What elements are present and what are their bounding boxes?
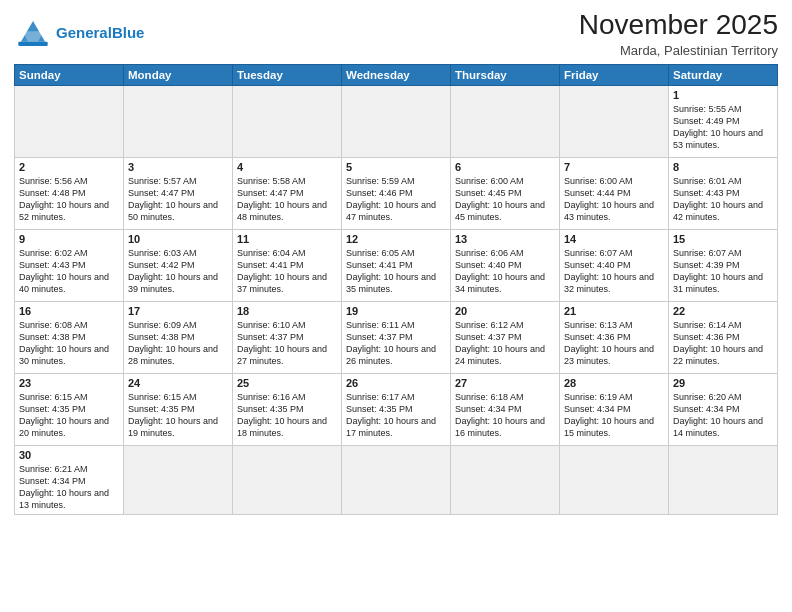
day-info: Sunrise: 6:02 AM Sunset: 4:43 PM Dayligh… bbox=[19, 247, 119, 296]
day-info: Sunrise: 5:55 AM Sunset: 4:49 PM Dayligh… bbox=[673, 103, 773, 152]
day-info: Sunrise: 6:07 AM Sunset: 4:39 PM Dayligh… bbox=[673, 247, 773, 296]
day-info: Sunrise: 6:07 AM Sunset: 4:40 PM Dayligh… bbox=[564, 247, 664, 296]
table-row: 20Sunrise: 6:12 AM Sunset: 4:37 PM Dayli… bbox=[451, 301, 560, 373]
day-number: 5 bbox=[346, 161, 446, 173]
day-info: Sunrise: 6:11 AM Sunset: 4:37 PM Dayligh… bbox=[346, 319, 446, 368]
table-row: 13Sunrise: 6:06 AM Sunset: 4:40 PM Dayli… bbox=[451, 229, 560, 301]
day-number: 1 bbox=[673, 89, 773, 101]
col-tuesday: Tuesday bbox=[233, 64, 342, 85]
day-number: 29 bbox=[673, 377, 773, 389]
table-row: 29Sunrise: 6:20 AM Sunset: 4:34 PM Dayli… bbox=[669, 373, 778, 445]
day-info: Sunrise: 6:16 AM Sunset: 4:35 PM Dayligh… bbox=[237, 391, 337, 440]
day-info: Sunrise: 6:06 AM Sunset: 4:40 PM Dayligh… bbox=[455, 247, 555, 296]
table-row: 15Sunrise: 6:07 AM Sunset: 4:39 PM Dayli… bbox=[669, 229, 778, 301]
col-thursday: Thursday bbox=[451, 64, 560, 85]
table-row: 21Sunrise: 6:13 AM Sunset: 4:36 PM Dayli… bbox=[560, 301, 669, 373]
day-info: Sunrise: 6:03 AM Sunset: 4:42 PM Dayligh… bbox=[128, 247, 228, 296]
day-info: Sunrise: 6:15 AM Sunset: 4:35 PM Dayligh… bbox=[19, 391, 119, 440]
table-row bbox=[124, 445, 233, 515]
day-info: Sunrise: 6:19 AM Sunset: 4:34 PM Dayligh… bbox=[564, 391, 664, 440]
day-info: Sunrise: 6:00 AM Sunset: 4:44 PM Dayligh… bbox=[564, 175, 664, 224]
day-info: Sunrise: 6:10 AM Sunset: 4:37 PM Dayligh… bbox=[237, 319, 337, 368]
table-row: 1Sunrise: 5:55 AM Sunset: 4:49 PM Daylig… bbox=[669, 85, 778, 157]
table-row: 14Sunrise: 6:07 AM Sunset: 4:40 PM Dayli… bbox=[560, 229, 669, 301]
day-number: 7 bbox=[564, 161, 664, 173]
day-number: 9 bbox=[19, 233, 119, 245]
logo-blue: Blue bbox=[112, 24, 145, 41]
table-row: 17Sunrise: 6:09 AM Sunset: 4:38 PM Dayli… bbox=[124, 301, 233, 373]
table-row: 10Sunrise: 6:03 AM Sunset: 4:42 PM Dayli… bbox=[124, 229, 233, 301]
table-row: 9Sunrise: 6:02 AM Sunset: 4:43 PM Daylig… bbox=[15, 229, 124, 301]
table-row: 7Sunrise: 6:00 AM Sunset: 4:44 PM Daylig… bbox=[560, 157, 669, 229]
day-info: Sunrise: 6:05 AM Sunset: 4:41 PM Dayligh… bbox=[346, 247, 446, 296]
table-row bbox=[342, 445, 451, 515]
day-info: Sunrise: 6:18 AM Sunset: 4:34 PM Dayligh… bbox=[455, 391, 555, 440]
day-number: 8 bbox=[673, 161, 773, 173]
table-row bbox=[669, 445, 778, 515]
day-number: 11 bbox=[237, 233, 337, 245]
logo-text: GeneralBlue bbox=[56, 25, 144, 42]
table-row bbox=[342, 85, 451, 157]
table-row: 6Sunrise: 6:00 AM Sunset: 4:45 PM Daylig… bbox=[451, 157, 560, 229]
day-number: 10 bbox=[128, 233, 228, 245]
logo-icon bbox=[14, 14, 52, 52]
day-number: 24 bbox=[128, 377, 228, 389]
calendar-header-row: Sunday Monday Tuesday Wednesday Thursday… bbox=[15, 64, 778, 85]
day-info: Sunrise: 6:08 AM Sunset: 4:38 PM Dayligh… bbox=[19, 319, 119, 368]
table-row: 3Sunrise: 5:57 AM Sunset: 4:47 PM Daylig… bbox=[124, 157, 233, 229]
day-number: 15 bbox=[673, 233, 773, 245]
day-number: 23 bbox=[19, 377, 119, 389]
table-row bbox=[15, 85, 124, 157]
calendar-week-row: 9Sunrise: 6:02 AM Sunset: 4:43 PM Daylig… bbox=[15, 229, 778, 301]
day-info: Sunrise: 6:00 AM Sunset: 4:45 PM Dayligh… bbox=[455, 175, 555, 224]
table-row bbox=[560, 85, 669, 157]
table-row: 23Sunrise: 6:15 AM Sunset: 4:35 PM Dayli… bbox=[15, 373, 124, 445]
col-monday: Monday bbox=[124, 64, 233, 85]
header: GeneralBlue November 2025 Marda, Palesti… bbox=[14, 10, 778, 58]
col-saturday: Saturday bbox=[669, 64, 778, 85]
table-row: 30Sunrise: 6:21 AM Sunset: 4:34 PM Dayli… bbox=[15, 445, 124, 515]
day-number: 28 bbox=[564, 377, 664, 389]
day-info: Sunrise: 5:59 AM Sunset: 4:46 PM Dayligh… bbox=[346, 175, 446, 224]
day-number: 3 bbox=[128, 161, 228, 173]
day-number: 22 bbox=[673, 305, 773, 317]
table-row bbox=[451, 445, 560, 515]
table-row: 24Sunrise: 6:15 AM Sunset: 4:35 PM Dayli… bbox=[124, 373, 233, 445]
day-info: Sunrise: 5:57 AM Sunset: 4:47 PM Dayligh… bbox=[128, 175, 228, 224]
table-row: 16Sunrise: 6:08 AM Sunset: 4:38 PM Dayli… bbox=[15, 301, 124, 373]
table-row: 28Sunrise: 6:19 AM Sunset: 4:34 PM Dayli… bbox=[560, 373, 669, 445]
table-row bbox=[124, 85, 233, 157]
table-row: 26Sunrise: 6:17 AM Sunset: 4:35 PM Dayli… bbox=[342, 373, 451, 445]
day-info: Sunrise: 5:58 AM Sunset: 4:47 PM Dayligh… bbox=[237, 175, 337, 224]
table-row bbox=[451, 85, 560, 157]
day-info: Sunrise: 6:15 AM Sunset: 4:35 PM Dayligh… bbox=[128, 391, 228, 440]
calendar-week-row: 2Sunrise: 5:56 AM Sunset: 4:48 PM Daylig… bbox=[15, 157, 778, 229]
table-row bbox=[233, 445, 342, 515]
day-info: Sunrise: 6:09 AM Sunset: 4:38 PM Dayligh… bbox=[128, 319, 228, 368]
day-number: 14 bbox=[564, 233, 664, 245]
day-number: 13 bbox=[455, 233, 555, 245]
day-number: 16 bbox=[19, 305, 119, 317]
day-number: 6 bbox=[455, 161, 555, 173]
table-row: 11Sunrise: 6:04 AM Sunset: 4:41 PM Dayli… bbox=[233, 229, 342, 301]
table-row: 5Sunrise: 5:59 AM Sunset: 4:46 PM Daylig… bbox=[342, 157, 451, 229]
day-info: Sunrise: 6:17 AM Sunset: 4:35 PM Dayligh… bbox=[346, 391, 446, 440]
table-row: 8Sunrise: 6:01 AM Sunset: 4:43 PM Daylig… bbox=[669, 157, 778, 229]
day-number: 19 bbox=[346, 305, 446, 317]
day-number: 2 bbox=[19, 161, 119, 173]
col-friday: Friday bbox=[560, 64, 669, 85]
table-row: 25Sunrise: 6:16 AM Sunset: 4:35 PM Dayli… bbox=[233, 373, 342, 445]
table-row: 22Sunrise: 6:14 AM Sunset: 4:36 PM Dayli… bbox=[669, 301, 778, 373]
calendar-title: November 2025 bbox=[579, 10, 778, 41]
calendar-subtitle: Marda, Palestinian Territory bbox=[579, 43, 778, 58]
table-row: 12Sunrise: 6:05 AM Sunset: 4:41 PM Dayli… bbox=[342, 229, 451, 301]
day-info: Sunrise: 5:56 AM Sunset: 4:48 PM Dayligh… bbox=[19, 175, 119, 224]
table-row: 19Sunrise: 6:11 AM Sunset: 4:37 PM Dayli… bbox=[342, 301, 451, 373]
page: GeneralBlue November 2025 Marda, Palesti… bbox=[0, 0, 792, 612]
calendar-week-row: 30Sunrise: 6:21 AM Sunset: 4:34 PM Dayli… bbox=[15, 445, 778, 515]
table-row: 27Sunrise: 6:18 AM Sunset: 4:34 PM Dayli… bbox=[451, 373, 560, 445]
day-info: Sunrise: 6:13 AM Sunset: 4:36 PM Dayligh… bbox=[564, 319, 664, 368]
table-row bbox=[560, 445, 669, 515]
table-row: 2Sunrise: 5:56 AM Sunset: 4:48 PM Daylig… bbox=[15, 157, 124, 229]
day-number: 17 bbox=[128, 305, 228, 317]
